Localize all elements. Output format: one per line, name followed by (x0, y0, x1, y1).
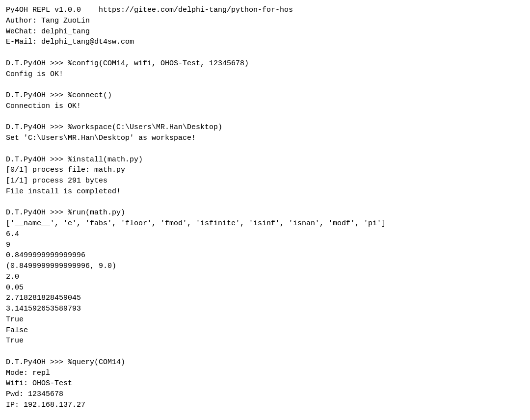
terminal-line: Config is OK! (6, 69, 524, 80)
terminal-line: 9 (6, 240, 524, 251)
terminal-line: Author: Tang ZuoLin (6, 16, 524, 26)
terminal-line: (0.8499999999999996, 9.0) (6, 261, 524, 272)
terminal-line: Wifi: OHOS-Test (6, 378, 524, 389)
terminal-line: False (6, 325, 524, 336)
terminal-line: Pwd: 12345678 (6, 389, 524, 400)
terminal-line (6, 79, 524, 90)
terminal-line: 2.718281828459045 (6, 293, 524, 304)
terminal-line (6, 48, 524, 58)
terminal-line (6, 112, 524, 123)
terminal-line: True (6, 336, 524, 346)
terminal-line: Set 'C:\Users\MR.Han\Desktop' as workspa… (6, 133, 524, 144)
terminal-line: WeChat: delphi_tang (6, 26, 524, 37)
terminal-line: [0/1] process file: math.py (6, 165, 524, 176)
terminal-line: True (6, 315, 524, 325)
terminal-line: 2.0 (6, 272, 524, 283)
terminal-line: Py4OH REPL v1.0.0 https://gitee.com/delp… (6, 5, 524, 16)
terminal-line: D.T.Py4OH >>> %workspace(C:\Users\MR.Han… (6, 122, 524, 133)
terminal-line: D.T.Py4OH >>> %config(COM14, wifi, OHOS-… (6, 58, 524, 69)
terminal-line: D.T.Py4OH >>> %connect() (6, 90, 524, 101)
terminal-line: E-Mail: delphi_tang@dt4sw.com (6, 37, 524, 48)
terminal-output: Py4OH REPL v1.0.0 https://gitee.com/delp… (6, 5, 524, 411)
terminal-line: 0.05 (6, 283, 524, 293)
terminal-line: Connection is OK! (6, 101, 524, 112)
terminal-line: ['__name__', 'e', 'fabs', 'floor', 'fmod… (6, 218, 524, 229)
terminal-line: [1/1] process 291 bytes (6, 176, 524, 186)
terminal-line: 6.4 (6, 229, 524, 240)
terminal-line (6, 197, 524, 208)
terminal-line: D.T.Py4OH >>> %run(math.py) (6, 208, 524, 218)
terminal-line: D.T.Py4OH >>> %install(math.py) (6, 155, 524, 165)
terminal-line: Mode: repl (6, 368, 524, 379)
terminal-line (6, 144, 524, 155)
terminal-line: 3.141592653589793 (6, 304, 524, 315)
terminal-line: File install is completed! (6, 186, 524, 197)
terminal-line: IP: 192.168.137.27 (6, 400, 524, 411)
terminal-line (6, 346, 524, 357)
terminal-line: D.T.Py4OH >>> %query(COM14) (6, 357, 524, 368)
terminal-line: 0.8499999999999996 (6, 250, 524, 261)
